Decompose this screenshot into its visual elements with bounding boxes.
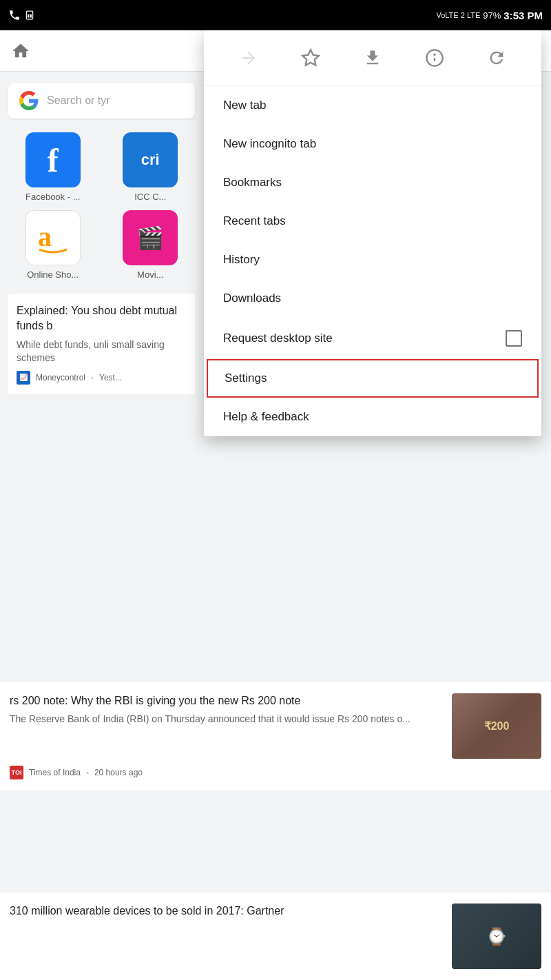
menu-item-downloads[interactable]: Downloads (204, 279, 541, 318)
status-time: 3:53 PM (503, 10, 543, 21)
svg-rect-2 (30, 14, 32, 18)
svg-rect-1 (28, 14, 29, 18)
article-rs200[interactable]: rs 200 note: Why the RBI is giving you t… (0, 682, 551, 790)
status-bar: VoLTE 2 LTE 97% 3:53 PM (0, 0, 551, 30)
svg-text:a: a (38, 221, 52, 252)
bookmark-star-icon (301, 48, 320, 68)
movie-icon: 🎬 (123, 210, 178, 265)
menu-item-settings[interactable]: Settings (207, 359, 539, 398)
article-headline-1: Explained: You shou debt mutual funds b (17, 303, 187, 334)
download-button[interactable] (356, 41, 389, 74)
menu-label-help: Help & feedback (223, 410, 309, 424)
menu-toolbar (204, 30, 541, 86)
context-menu: New tab New incognito tab Bookmarks Rece… (204, 30, 541, 436)
amazon-icon: a (25, 210, 81, 265)
article-time-val-1: Yest... (99, 373, 122, 382)
amazon-label: Online Sho... (27, 269, 79, 280)
article-source-1: Moneycontrol (36, 373, 85, 382)
article-rs200-text: rs 200 note: Why the RBI is giving you t… (10, 693, 444, 759)
article-rs200-source: Times of India (29, 768, 81, 777)
shortcut-facebook[interactable]: f Facebook - ... (8, 132, 98, 202)
status-right-icons: VoLTE 2 LTE 97% 3:53 PM (436, 10, 543, 21)
article-wearables-text: 310 million wearable devices to be sold … (10, 904, 444, 969)
status-left-icons (8, 9, 34, 21)
icc-label: ICC C... (134, 192, 166, 202)
article-wearables-headline: 310 million wearable devices to be sold … (10, 904, 444, 919)
facebook-label: Facebook - ... (25, 192, 80, 202)
phone-icon (8, 9, 21, 21)
menu-item-new-tab[interactable]: New tab (204, 86, 541, 125)
bookmark-button[interactable] (294, 41, 327, 74)
article-rs200-meta: TOI Times of India - 20 hours ago (10, 766, 541, 779)
article-meta-1: 📈 Moneycontrol - Yest... (17, 371, 187, 385)
menu-item-bookmarks[interactable]: Bookmarks (204, 163, 541, 202)
shortcut-movie[interactable]: 🎬 Movi... (106, 210, 196, 280)
article-wearables-image: ⌚ (452, 904, 541, 969)
menu-label-request-desktop: Request desktop site (223, 331, 333, 345)
article-time-1: - (91, 373, 94, 382)
page-info-button[interactable] (418, 41, 451, 74)
signal-text: VoLTE 2 LTE (436, 11, 480, 19)
svg-marker-4 (302, 50, 318, 65)
article-rs200-headline: rs 200 note: Why the RBI is giving you t… (10, 693, 444, 708)
menu-item-history[interactable]: History (204, 241, 541, 279)
moneycontrol-source-icon: 📈 (17, 371, 30, 385)
menu-item-incognito[interactable]: New incognito tab (204, 125, 541, 163)
menu-label-incognito: New incognito tab (223, 137, 316, 151)
download-icon (363, 48, 382, 68)
article-rs200-image: ₹200 (452, 693, 541, 759)
article-debt-funds[interactable]: Explained: You shou debt mutual funds b … (8, 294, 195, 395)
sim-icon (25, 9, 34, 21)
forward-icon (239, 48, 258, 68)
menu-label-bookmarks: Bookmarks (223, 176, 282, 190)
article-rs200-time: 20 hours ago (94, 768, 143, 777)
movie-label: Movi... (137, 269, 163, 280)
refresh-icon (487, 48, 506, 68)
article-snippet-1: While debt funds, unli small saving sche… (17, 338, 187, 365)
battery-percent: 97% (483, 10, 501, 21)
menu-label-recent-tabs: Recent tabs (223, 214, 286, 228)
menu-label-history: History (223, 253, 260, 267)
browser-content: Search or tyr f Facebook - ... cri ICC C… (0, 72, 203, 411)
info-icon (425, 48, 444, 68)
shortcut-icc[interactable]: cri ICC C... (106, 132, 196, 202)
desktop-site-checkbox[interactable] (506, 330, 522, 347)
menu-item-recent-tabs[interactable]: Recent tabs (204, 202, 541, 241)
article-rs200-dash: - (86, 768, 89, 777)
google-logo-icon (19, 91, 39, 110)
refresh-button[interactable] (480, 41, 513, 74)
shortcut-amazon[interactable]: a Online Sho... (8, 210, 98, 280)
home-button[interactable] (8, 39, 33, 63)
article-rs200-snippet: The Reserve Bank of India (RBI) on Thurs… (10, 713, 444, 726)
shortcuts-grid: f Facebook - ... cri ICC C... a Online S… (8, 132, 195, 280)
menu-label-new-tab: New tab (223, 99, 266, 112)
icc-icon: cri (123, 132, 178, 187)
menu-item-request-desktop[interactable]: Request desktop site (204, 318, 541, 359)
svg-rect-0 (26, 11, 32, 19)
forward-button[interactable] (232, 41, 265, 74)
menu-item-help[interactable]: Help & feedback (204, 398, 541, 436)
search-placeholder[interactable]: Search or tyr (47, 94, 110, 107)
article-rs200-content: rs 200 note: Why the RBI is giving you t… (10, 693, 541, 759)
search-bar[interactable]: Search or tyr (8, 83, 195, 119)
article-wearables[interactable]: 310 million wearable devices to be sold … (0, 892, 551, 980)
facebook-icon: f (25, 132, 81, 187)
article-wearables-content: 310 million wearable devices to be sold … (10, 904, 541, 969)
toi-source-icon: TOI (10, 766, 23, 779)
menu-label-downloads: Downloads (223, 292, 281, 305)
menu-label-settings: Settings (225, 371, 267, 385)
home-icon (11, 41, 30, 61)
